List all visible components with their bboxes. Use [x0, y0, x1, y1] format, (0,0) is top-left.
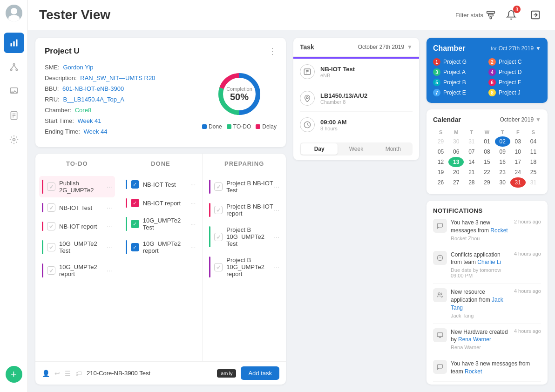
item-checkbox[interactable] — [47, 222, 55, 230]
cal-day-end[interactable]: 31 — [510, 177, 526, 188]
task-date-chevron[interactable]: ▼ — [407, 44, 413, 50]
notif-link[interactable]: Rocket — [490, 227, 508, 234]
item-checkbox[interactable] — [47, 203, 55, 212]
notif-link[interactable]: Rena Warner — [458, 336, 491, 343]
cal-day[interactable]: 30 — [495, 177, 510, 188]
cal-day[interactable]: 02 — [495, 136, 510, 147]
item-checkbox[interactable]: ✓ — [131, 199, 139, 207]
item-menu[interactable]: ··· — [190, 220, 196, 228]
task-input[interactable] — [87, 370, 212, 377]
sidebar-item-docs[interactable] — [4, 105, 24, 126]
item-menu[interactable]: ··· — [107, 204, 112, 211]
filter-stats-button[interactable]: Filter stats — [455, 10, 495, 20]
cal-day[interactable]: 06 — [448, 147, 464, 157]
item-menu[interactable]: ··· — [107, 183, 112, 190]
cal-day[interactable]: 27 — [448, 177, 464, 188]
cal-day[interactable]: 29 — [433, 136, 448, 147]
item-checkbox[interactable] — [47, 266, 55, 275]
sidebar-item-network[interactable] — [4, 57, 24, 77]
export-button[interactable] — [527, 7, 544, 23]
list-icon[interactable]: ☰ — [65, 370, 71, 377]
project-badge: 8 — [488, 89, 496, 96]
cal-day[interactable]: 15 — [479, 157, 494, 167]
main-area: Tester View Filter stats 8 Project U ⋮ — [28, 0, 555, 392]
tab-week[interactable]: Week — [338, 143, 374, 155]
tag-icon[interactable]: 🏷 — [75, 370, 82, 377]
item-menu[interactable]: ··· — [274, 206, 279, 214]
item-menu[interactable]: ··· — [190, 199, 196, 207]
cal-day[interactable]: 18 — [526, 157, 541, 167]
item-checkbox[interactable] — [214, 263, 223, 271]
cal-day[interactable]: 24 — [510, 167, 526, 177]
cal-day[interactable]: 08 — [479, 147, 494, 157]
cal-day[interactable]: 20 — [448, 167, 464, 177]
item-border — [42, 203, 43, 212]
cal-day-today[interactable]: 13 — [448, 157, 464, 167]
item-checkbox[interactable] — [214, 182, 223, 191]
cal-day[interactable]: 19 — [433, 167, 448, 177]
cal-day[interactable]: 28 — [464, 177, 479, 188]
item-menu[interactable]: ··· — [274, 233, 279, 241]
cal-day[interactable]: 07 — [464, 147, 479, 157]
cal-day[interactable]: 31 — [464, 136, 479, 147]
project-badge: 6 — [488, 79, 496, 86]
item-border — [209, 180, 210, 194]
cal-day[interactable]: 12 — [433, 157, 448, 167]
cal-day[interactable]: 22 — [479, 167, 494, 177]
cal-day[interactable]: 16 — [495, 157, 510, 167]
cal-day[interactable]: 09 — [495, 147, 510, 157]
calendar-chevron[interactable]: ▼ — [535, 116, 541, 123]
cal-day[interactable]: 03 — [510, 136, 526, 147]
item-checkbox[interactable]: ✓ — [131, 220, 139, 228]
calendar-header: Calendar October 2019 ▼ — [433, 116, 541, 123]
item-menu[interactable]: ··· — [274, 183, 279, 190]
sidebar-item-settings[interactable] — [4, 129, 24, 150]
item-menu[interactable]: ··· — [274, 264, 279, 271]
cal-day[interactable]: 04 — [526, 136, 541, 147]
notif-link[interactable]: Jack Tang — [451, 297, 503, 311]
avatar[interactable] — [6, 5, 22, 21]
add-button[interactable]: + — [6, 366, 22, 383]
cal-day[interactable]: 30 — [448, 136, 464, 147]
item-menu[interactable]: ··· — [107, 267, 112, 274]
add-task-button[interactable]: Add task — [241, 366, 279, 380]
item-checkbox[interactable] — [47, 182, 55, 191]
svg-line-10 — [14, 65, 17, 69]
cal-day[interactable]: 23 — [495, 167, 510, 177]
cal-day[interactable]: 05 — [433, 147, 448, 157]
item-menu[interactable]: ··· — [190, 243, 196, 251]
sidebar-item-chat[interactable] — [4, 81, 24, 101]
cal-day[interactable]: 21 — [464, 167, 479, 177]
item-checkbox[interactable] — [214, 233, 223, 241]
cal-day[interactable]: 29 — [479, 177, 494, 188]
item-menu[interactable]: ··· — [107, 223, 112, 230]
chamber-chevron[interactable]: ▼ — [535, 45, 541, 52]
chamber-title: Chamber — [433, 44, 465, 53]
notification-button[interactable]: 8 — [503, 7, 520, 23]
item-checkbox[interactable] — [214, 206, 223, 214]
notif-link[interactable]: Rocket — [465, 368, 482, 375]
cal-day[interactable]: 10 — [510, 147, 526, 157]
cal-day[interactable]: 26 — [433, 177, 448, 188]
cal-day[interactable]: 11 — [526, 147, 541, 157]
sidebar-item-chart[interactable] — [4, 33, 24, 53]
notif-link[interactable]: Charlie Li — [477, 259, 501, 265]
undo-icon[interactable]: ↩ — [54, 370, 60, 377]
item-menu[interactable]: ··· — [190, 181, 196, 188]
project-more-button[interactable]: ⋮ — [268, 46, 277, 56]
tab-day[interactable]: Day — [301, 143, 338, 155]
cal-day[interactable]: 14 — [464, 157, 479, 167]
cal-day[interactable]: 25 — [526, 167, 541, 177]
user-icon[interactable]: 👤 — [42, 370, 50, 377]
item-menu[interactable]: ··· — [107, 243, 112, 251]
item-checkbox[interactable]: ✓ — [131, 180, 139, 189]
cal-day[interactable]: 01 — [479, 136, 494, 147]
item-text: NB-IOT report — [143, 200, 190, 207]
chamber-field: Chamber: Core8 — [45, 107, 193, 114]
cal-day[interactable]: 31 — [526, 177, 541, 188]
tab-month[interactable]: Month — [375, 143, 412, 155]
notif-text: You have 3 new messages from Rocket — [451, 219, 510, 235]
item-checkbox[interactable] — [47, 243, 55, 251]
item-checkbox[interactable]: ✓ — [131, 243, 139, 251]
cal-day[interactable]: 17 — [510, 157, 526, 167]
